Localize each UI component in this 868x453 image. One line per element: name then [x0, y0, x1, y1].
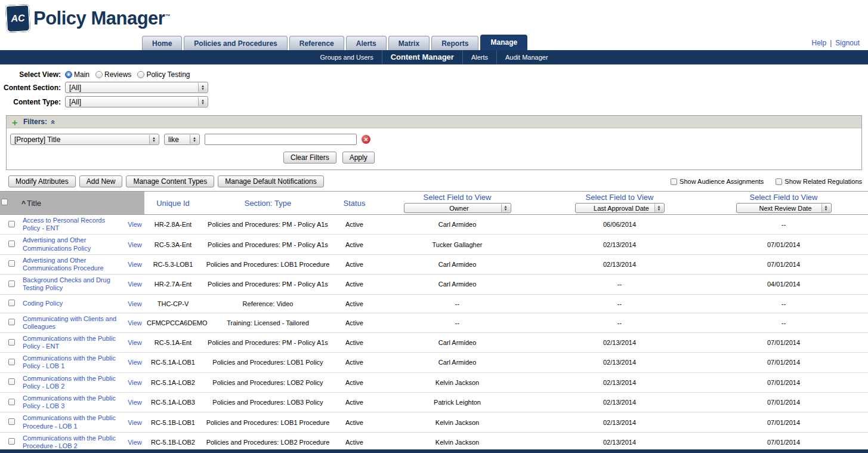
title-link[interactable]: Communications with the Public Policy - … [23, 355, 123, 370]
row-checkbox[interactable] [8, 221, 15, 227]
review-field-select[interactable]: Next Review Date ▲▼ [736, 203, 832, 213]
unique-id-cell: RC-5.3-LOB1 [144, 254, 202, 274]
row-checkbox[interactable] [8, 319, 15, 325]
view-link[interactable]: View [128, 439, 142, 446]
title-link[interactable]: Advertising and Other Communications Pro… [23, 257, 123, 272]
status-header[interactable]: Status [334, 192, 375, 215]
manage-content-types-button[interactable]: Manage Content Types [126, 175, 214, 187]
row-checkbox[interactable] [8, 399, 15, 405]
status-cell: Active [334, 412, 375, 432]
view-link[interactable]: View [128, 419, 142, 426]
content-type-select[interactable]: [All] ▲▼ [65, 96, 208, 107]
content-section-select[interactable]: [All] ▲▼ [65, 82, 208, 93]
subnav-alerts[interactable]: Alerts [462, 50, 496, 64]
collapse-filters-icon[interactable]: « [49, 119, 58, 124]
modify-attributes-button[interactable]: Modify Attributes [8, 175, 76, 187]
approval-date-cell: -- [540, 275, 699, 294]
row-checkbox[interactable] [8, 300, 15, 306]
help-link[interactable]: Help [811, 39, 826, 47]
title-link[interactable]: Advertising and Other Communications Pol… [23, 236, 123, 252]
row-checkbox[interactable] [8, 281, 15, 287]
review-field-value: Next Review Date [740, 205, 831, 212]
view-controls: Select View: Main Reviews Policy Testing… [0, 64, 868, 112]
view-link[interactable]: View [128, 339, 142, 346]
title-link[interactable]: Communicating with Clients and Colleague… [23, 315, 123, 331]
view-link[interactable]: View [128, 241, 142, 248]
add-new-button[interactable]: Add New [79, 175, 123, 187]
manage-default-notifications-button[interactable]: Manage Default Notifications [218, 175, 323, 187]
link-separator: | [830, 39, 832, 47]
tab-alerts[interactable]: Alerts [346, 36, 387, 50]
section-type-header[interactable]: Section: Type [202, 192, 334, 215]
title-link[interactable]: Coding Policy [23, 300, 63, 307]
view-link[interactable]: View [128, 319, 142, 326]
clear-filters-button[interactable]: Clear Filters [283, 152, 336, 164]
row-checkbox[interactable] [8, 339, 15, 346]
view-link[interactable]: View [128, 399, 142, 406]
subnav-content-manager[interactable]: Content Manager [382, 50, 462, 64]
unique-id-cell: CFMCPCCA6DEMO [144, 313, 202, 332]
view-link[interactable]: View [128, 261, 142, 268]
select-all-header [0, 192, 20, 215]
select-field-to-view-label[interactable]: Select Field to View [700, 193, 867, 202]
select-field-to-view-label[interactable]: Select Field to View [541, 193, 698, 202]
unique-id-cell: HR-2.8A-Ent [144, 215, 202, 235]
title-link[interactable]: Communications with the Public Procedure… [23, 434, 123, 450]
select-all-checkbox[interactable] [1, 199, 8, 205]
tab-matrix[interactable]: Matrix [388, 36, 430, 50]
row-checkbox[interactable] [8, 241, 15, 247]
title-link[interactable]: Communications with the Public Policy - … [23, 395, 123, 410]
row-checkbox[interactable] [8, 260, 15, 267]
row-checkbox[interactable] [8, 418, 15, 425]
unique-id-header[interactable]: Unique Id [144, 192, 202, 215]
view-cell: View [125, 412, 144, 432]
filter-operator-select[interactable]: like ▲▼ [164, 134, 200, 145]
row-checkbox[interactable] [8, 359, 15, 365]
approval-field-select[interactable]: Last Approval Date ▲▼ [575, 203, 665, 213]
tab-policies-and-procedures[interactable]: Policies and Procedures [184, 36, 287, 50]
signout-link[interactable]: Signout [835, 39, 860, 47]
row-checkbox[interactable] [8, 378, 15, 385]
apply-button[interactable]: Apply [342, 152, 375, 164]
title-link[interactable]: Communications with the Public Policy - … [23, 335, 123, 350]
view-link[interactable]: View [128, 221, 142, 228]
filter-value-input[interactable] [205, 134, 357, 145]
view-link[interactable]: View [128, 300, 142, 307]
approval-date-cell: 02/13/2014 [540, 235, 699, 254]
table-row: Communicating with Clients and Colleague… [0, 313, 868, 332]
tab-manage[interactable]: Manage [480, 35, 527, 50]
view-option-reviews[interactable]: Reviews [95, 70, 131, 79]
tab-home[interactable]: Home [142, 36, 182, 50]
select-field-to-view-label[interactable]: Select Field to View [376, 193, 539, 202]
view-link[interactable]: View [128, 359, 142, 366]
dropdown-stepper-icon: ▲▼ [501, 204, 510, 212]
view-link[interactable]: View [128, 281, 142, 288]
owner-field-select[interactable]: Owner ▲▼ [404, 203, 511, 213]
section-type-cell: Policies and Procedures: LOB1 Procedure [202, 254, 334, 274]
content-type-row: Content Type: [All] ▲▼ [0, 96, 868, 107]
row-checkbox-cell [0, 235, 20, 254]
checkbox-label: Show Audience Assignments [679, 178, 764, 185]
checkbox-icon [671, 178, 677, 185]
title-header[interactable]: ^Title [20, 192, 125, 215]
tab-reports[interactable]: Reports [431, 36, 478, 50]
show-related-regulations-option[interactable]: Show Related Regulations [776, 178, 862, 185]
view-option-policy-testing[interactable]: Policy Testing [137, 70, 190, 79]
title-link[interactable]: Communications with the Public Procedure… [23, 414, 123, 430]
owner-field-value: Owner [408, 205, 511, 212]
row-checkbox[interactable] [8, 438, 15, 445]
view-link[interactable]: View [128, 379, 142, 386]
title-link[interactable]: Access to Personal Records Policy - ENT [23, 217, 123, 232]
owner-field-header: Select Field to View Owner ▲▼ [375, 192, 540, 215]
title-link[interactable]: Background Checks and Drug Testing Polic… [23, 276, 123, 292]
view-option-main[interactable]: Main [65, 70, 89, 79]
subnav-audit-manager[interactable]: Audit Manager [496, 50, 557, 64]
show-audience-assignments-option[interactable]: Show Audience Assignments [671, 178, 764, 185]
status-cell: Active [334, 332, 375, 352]
title-link[interactable]: Communications with the Public Policy - … [23, 375, 123, 390]
filter-property-select[interactable]: [Property] Title ▲▼ [10, 134, 159, 145]
remove-filter-icon[interactable]: ✕ [362, 135, 370, 144]
add-filter-icon[interactable]: ＋ [10, 118, 19, 127]
subnav-groups-and-users[interactable]: Groups and Users [311, 50, 381, 64]
tab-reference[interactable]: Reference [289, 36, 344, 50]
